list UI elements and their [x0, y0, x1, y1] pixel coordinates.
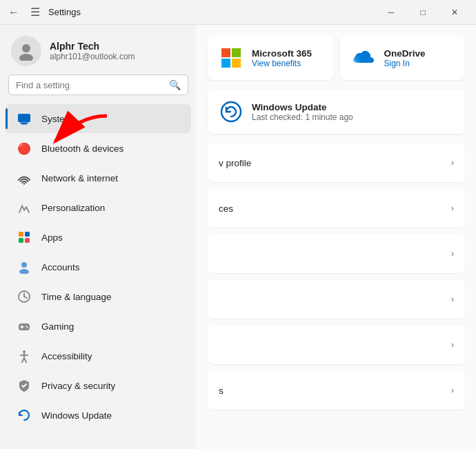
svg-rect-26	[221, 48, 230, 57]
settings-row-2[interactable]: ›	[208, 235, 465, 273]
svg-rect-8	[19, 238, 23, 243]
sidebar-item-time[interactable]: Time & language	[6, 282, 191, 311]
settings-row-4[interactable]: ›	[208, 326, 465, 364]
sidebar-item-label-privacy: Privacy & security	[41, 381, 115, 391]
sidebar-item-network[interactable]: Network & internet	[6, 163, 191, 192]
windows-update-body: Windows Update Last checked: 1 minute ag…	[252, 102, 353, 122]
apps-icon	[17, 230, 32, 245]
privacy-icon	[17, 378, 32, 393]
sidebar-item-system[interactable]: System	[6, 104, 191, 133]
sidebar-item-accessibility[interactable]: Accessibility	[6, 341, 191, 370]
onedrive-sub[interactable]: Sign In	[384, 59, 426, 68]
avatar	[11, 36, 41, 66]
system-icon	[17, 111, 32, 126]
svg-rect-3	[21, 123, 27, 125]
minimize-button[interactable]: ─	[375, 0, 407, 25]
time-icon	[17, 289, 32, 304]
sidebar: Alphr Tech alphr101@outlook.com 🔍 System	[0, 25, 197, 449]
windows-update-icon	[219, 99, 244, 124]
svg-rect-9	[25, 238, 30, 243]
svg-point-19	[27, 327, 28, 328]
window-controls: ─ □ ✕	[375, 0, 470, 25]
sidebar-item-gaming[interactable]: Gaming	[6, 312, 191, 341]
settings-row-3[interactable]: ›	[208, 280, 465, 319]
maximize-button[interactable]: □	[407, 0, 439, 25]
search-input[interactable]	[16, 80, 163, 90]
accessibility-icon	[17, 348, 32, 363]
sidebar-item-bluetooth[interactable]: 🔴 Bluetooth & devices	[6, 134, 191, 163]
svg-point-10	[21, 262, 27, 268]
chevron-icon-4: ›	[451, 340, 454, 350]
title-bar: ← ☰ Settings ─ □ ✕	[0, 0, 476, 25]
svg-rect-2	[18, 114, 30, 122]
svg-point-0	[22, 44, 30, 52]
sidebar-nav: System 🔴 Bluetooth & devices Network & i…	[0, 103, 197, 430]
svg-rect-4	[20, 123, 28, 124]
hamburger-menu[interactable]: ☰	[28, 3, 43, 21]
chevron-icon-0: ›	[451, 158, 454, 168]
microsoft365-icon	[219, 46, 244, 70]
settings-row-1[interactable]: ces ›	[208, 189, 465, 228]
close-button[interactable]: ✕	[439, 0, 470, 25]
microsoft365-title: Microsoft 365	[252, 48, 312, 59]
sidebar-item-apps[interactable]: Apps	[6, 223, 191, 252]
sidebar-item-label-gaming: Gaming	[41, 321, 74, 332]
user-section[interactable]: Alphr Tech alphr101@outlook.com	[0, 25, 197, 74]
onedrive-body: OneDrive Sign In	[384, 48, 426, 68]
row-text-5: s	[219, 386, 224, 396]
accounts-icon	[17, 259, 32, 275]
sidebar-item-label-network: Network & internet	[41, 173, 118, 183]
sidebar-item-label-bluetooth: Bluetooth & devices	[41, 143, 123, 154]
title-bar-left: ← ☰ Settings	[6, 3, 375, 21]
chevron-icon-1: ›	[451, 203, 454, 213]
chevron-icon-3: ›	[451, 295, 454, 304]
svg-rect-27	[232, 48, 241, 57]
microsoft365-sub[interactable]: View benefits	[252, 59, 312, 68]
sidebar-item-label-personalization: Personalization	[41, 203, 105, 213]
sidebar-item-personalization[interactable]: Personalization	[6, 193, 191, 222]
sidebar-item-label-time: Time & language	[41, 292, 112, 302]
row-text-0: v profile	[219, 158, 251, 168]
back-button[interactable]: ←	[6, 3, 22, 21]
settings-row-0[interactable]: v profile ›	[208, 143, 465, 182]
user-email: alphr101@outlook.com	[50, 52, 135, 61]
search-box[interactable]: 🔍	[8, 74, 188, 95]
svg-rect-28	[221, 59, 230, 68]
windows-update-title: Windows Update	[252, 102, 353, 112]
onedrive-card[interactable]: OneDrive Sign In	[340, 36, 466, 80]
settings-row-5[interactable]: s ›	[208, 371, 465, 410]
windows-update-card[interactable]: Windows Update Last checked: 1 minute ag…	[208, 90, 465, 134]
onedrive-icon	[351, 46, 376, 70]
svg-point-11	[19, 269, 29, 274]
microsoft365-body: Microsoft 365 View benefits	[252, 48, 312, 68]
svg-point-18	[26, 326, 27, 327]
sidebar-item-label-system: System	[41, 114, 72, 124]
chevron-icon-2: ›	[451, 249, 454, 259]
svg-line-24	[24, 358, 26, 362]
svg-rect-7	[25, 232, 30, 237]
sidebar-item-update[interactable]: Windows Update	[6, 401, 191, 430]
sidebar-item-label-accounts: Accounts	[41, 262, 80, 272]
sidebar-item-label-update: Windows Update	[41, 410, 112, 421]
chevron-icon-5: ›	[451, 386, 454, 395]
sidebar-item-label-accessibility: Accessibility	[41, 351, 92, 361]
onedrive-title: OneDrive	[384, 48, 426, 59]
sidebar-item-label-apps: Apps	[41, 232, 63, 243]
content-area: Microsoft 365 View benefits OneDrive Sig…	[197, 25, 476, 449]
main-layout: Alphr Tech alphr101@outlook.com 🔍 System	[0, 25, 476, 449]
sidebar-item-accounts[interactable]: Accounts	[6, 252, 191, 281]
microsoft365-card[interactable]: Microsoft 365 View benefits	[208, 36, 333, 80]
svg-rect-29	[232, 59, 241, 68]
svg-point-1	[19, 54, 33, 61]
update-icon	[17, 408, 32, 423]
window-title: Settings	[48, 7, 81, 17]
user-name: Alphr Tech	[50, 41, 135, 52]
search-icon: 🔍	[169, 79, 181, 90]
svg-point-5	[23, 183, 25, 184]
bluetooth-icon: 🔴	[17, 141, 32, 156]
svg-rect-6	[19, 232, 23, 237]
personalization-icon	[17, 200, 32, 215]
gaming-icon	[17, 319, 32, 334]
sidebar-item-privacy[interactable]: Privacy & security	[6, 371, 191, 400]
windows-update-sub: Last checked: 1 minute ago	[252, 112, 353, 122]
